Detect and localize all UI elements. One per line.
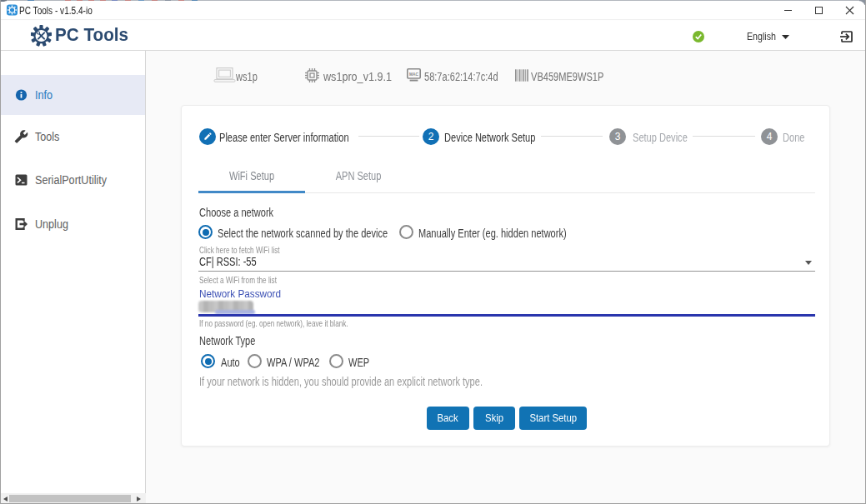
svg-text:MAC: MAC (409, 72, 418, 77)
